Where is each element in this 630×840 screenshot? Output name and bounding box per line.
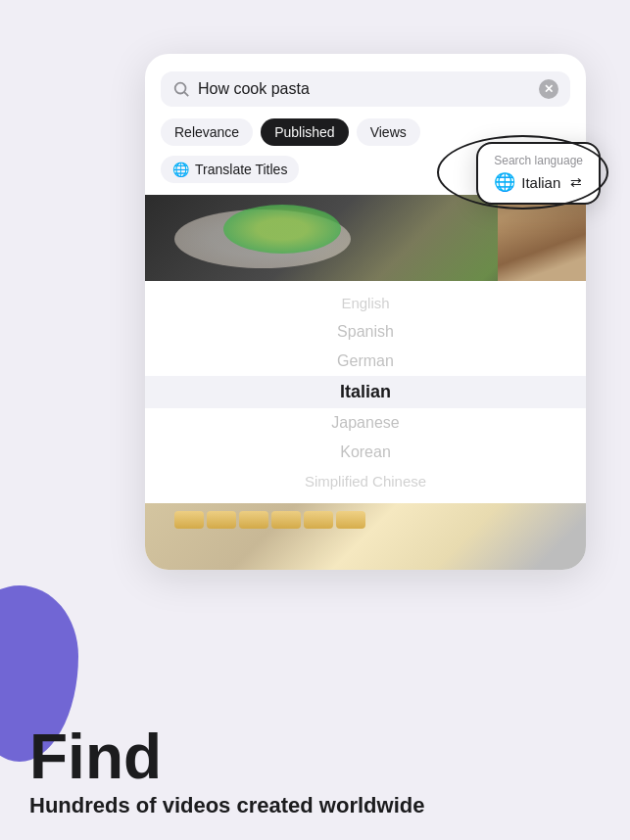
food-image-bottom (145, 503, 586, 570)
svg-line-1 (184, 92, 188, 96)
search-query-text: How cook pasta (198, 80, 539, 98)
globe-icon: 🌐 (494, 171, 515, 193)
list-item[interactable]: Korean (145, 438, 586, 467)
food-image-top (145, 195, 586, 281)
main-card: How cook pasta ✕ Relevance Published Vie… (145, 54, 586, 570)
list-item[interactable]: German (145, 347, 586, 376)
translate-icon: 🌐 (172, 162, 189, 177)
translate-label: Translate Titles (195, 162, 287, 177)
search-language-label: Search language (494, 154, 583, 167)
food-garnish-decoration (223, 205, 341, 254)
bottom-subtitle: Hundreds of videos created worldwide (29, 792, 424, 820)
search-language-row: 🌐 Italian ⇄ (494, 171, 582, 193)
bottom-text-section: Find Hundreds of videos created worldwid… (29, 725, 424, 820)
search-language-popover[interactable]: Search language 🌐 Italian ⇄ (476, 142, 601, 205)
search-clear-button[interactable]: ✕ (539, 79, 558, 99)
bottom-heading: Find (29, 725, 424, 788)
selected-language: Italian (521, 174, 560, 191)
pasta-decoration (174, 511, 365, 529)
filter-views-button[interactable]: Views (357, 118, 420, 146)
translate-titles-button[interactable]: 🌐 Translate Titles (161, 156, 299, 183)
list-item-italian[interactable]: Italian (145, 376, 586, 408)
svg-point-0 (175, 83, 186, 94)
search-icon (172, 80, 190, 98)
list-item[interactable]: Simplified Chinese (145, 467, 586, 495)
filter-relevance-button[interactable]: Relevance (161, 118, 253, 146)
list-item[interactable]: Spanish (145, 317, 586, 347)
language-list: English Spanish German Italian Japanese … (145, 281, 586, 503)
filter-published-button[interactable]: Published (261, 118, 349, 146)
list-item[interactable]: English (145, 289, 586, 317)
search-bar[interactable]: How cook pasta ✕ (161, 71, 570, 107)
swap-icon: ⇄ (570, 174, 582, 190)
person-avatar (498, 195, 586, 281)
list-item[interactable]: Japanese (145, 408, 586, 438)
